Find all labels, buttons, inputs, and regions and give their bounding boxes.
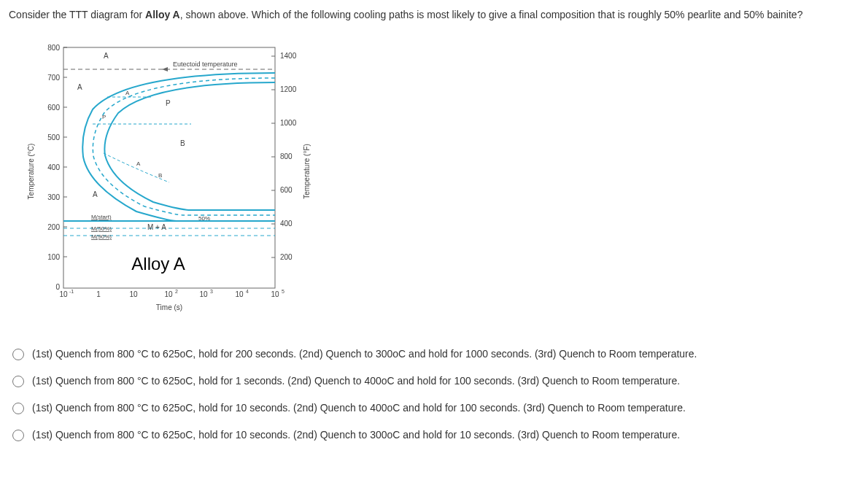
svg-text:400: 400	[280, 220, 293, 228]
svg-text:Temperature (°F): Temperature (°F)	[303, 144, 311, 199]
option-3-label[interactable]: (1st) Quench from 800 °C to 625oC, hold …	[32, 402, 686, 414]
option-4[interactable]: (1st) Quench from 800 °C to 625oC, hold …	[9, 427, 835, 441]
svg-text:10: 10	[164, 290, 173, 298]
svg-text:50%: 50%	[198, 215, 210, 222]
svg-text:P: P	[166, 99, 171, 107]
svg-text:M(50%): M(50%)	[91, 225, 112, 232]
svg-text:Eutectoid temperature: Eutectoid temperature	[173, 61, 238, 68]
question-alloy: Alloy A	[145, 9, 180, 20]
option-1-label[interactable]: (1st) Quench from 800 °C to 625oC, hold …	[32, 348, 697, 360]
option-1-radio[interactable]	[12, 349, 24, 360]
svg-text:600: 600	[47, 104, 60, 112]
svg-text:Alloy A: Alloy A	[131, 254, 185, 274]
option-2-radio[interactable]	[12, 376, 24, 387]
answer-options: (1st) Quench from 800 °C to 625oC, hold …	[9, 346, 835, 441]
svg-text:1200: 1200	[280, 85, 297, 93]
svg-text:1400: 1400	[280, 52, 297, 60]
svg-text:800: 800	[280, 152, 293, 160]
svg-text:600: 600	[280, 186, 293, 194]
svg-text:1: 1	[96, 290, 101, 298]
svg-text:400: 400	[47, 163, 60, 171]
svg-text:10: 10	[199, 290, 208, 298]
svg-text:M(90%): M(90%)	[91, 233, 112, 240]
svg-text:Time (s): Time (s)	[156, 303, 182, 311]
svg-text:B: B	[180, 139, 185, 147]
svg-text:B: B	[158, 172, 162, 179]
svg-text:2: 2	[175, 289, 178, 294]
svg-text:A: A	[93, 190, 98, 198]
svg-text:A: A	[136, 160, 141, 167]
svg-text:200: 200	[280, 253, 293, 261]
svg-text:P: P	[102, 114, 106, 120]
option-4-radio[interactable]	[12, 430, 24, 441]
svg-text:4: 4	[246, 289, 249, 294]
svg-text:100: 100	[47, 253, 60, 261]
option-2[interactable]: (1st) Quench from 800 °C to 625oC, hold …	[9, 373, 835, 387]
ttt-diagram-figure: 800 700 600 500 400 300 200 100 0 1400 1…	[23, 40, 835, 317]
svg-text:Temperature (°C): Temperature (°C)	[27, 144, 35, 200]
svg-text:A: A	[104, 52, 109, 60]
question-middle: , shown above. Which of the following co…	[180, 9, 803, 20]
svg-text:A: A	[77, 83, 82, 91]
svg-text:10: 10	[129, 290, 138, 298]
svg-text:300: 300	[47, 193, 60, 201]
svg-text:500: 500	[47, 133, 60, 141]
option-1[interactable]: (1st) Quench from 800 °C to 625oC, hold …	[9, 346, 835, 360]
svg-text:M(start): M(start)	[91, 214, 112, 220]
option-4-label[interactable]: (1st) Quench from 800 °C to 625oC, hold …	[32, 429, 680, 441]
svg-text:3: 3	[210, 289, 213, 294]
svg-text:10: 10	[235, 290, 244, 298]
option-3-radio[interactable]	[12, 403, 24, 414]
svg-text:5: 5	[282, 289, 284, 294]
svg-text:M + A: M + A	[147, 223, 166, 231]
svg-marker-48	[162, 67, 168, 71]
svg-text:-1: -1	[69, 289, 74, 294]
question-prefix: Consider the TTT diagram for	[9, 9, 145, 20]
question-text: Consider the TTT diagram for Alloy A, sh…	[9, 7, 835, 23]
option-2-label[interactable]: (1st) Quench from 800 °C to 625oC, hold …	[32, 375, 680, 387]
svg-text:A: A	[125, 90, 130, 96]
svg-text:200: 200	[47, 223, 60, 231]
svg-text:10: 10	[59, 290, 68, 298]
svg-text:10: 10	[271, 290, 279, 298]
option-3[interactable]: (1st) Quench from 800 °C to 625oC, hold …	[9, 400, 835, 414]
svg-text:1000: 1000	[280, 119, 297, 127]
svg-text:800: 800	[47, 44, 60, 52]
svg-text:700: 700	[47, 74, 60, 82]
